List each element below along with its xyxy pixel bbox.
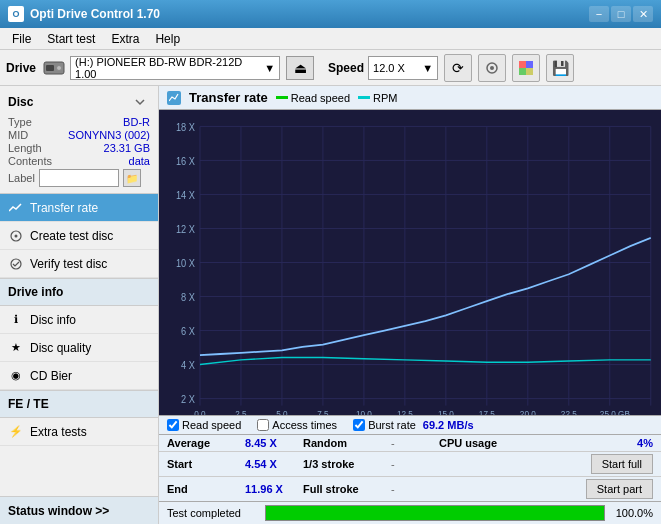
status-window-button[interactable]: Status window >>: [0, 496, 158, 524]
fe-te-label: FE / TE: [8, 397, 49, 411]
menu-file[interactable]: File: [4, 30, 39, 48]
drive-info-label: Drive info: [8, 285, 63, 299]
start-value: 4.54 X: [245, 458, 295, 470]
chart-wrapper: 18 X 16 X 14 X 12 X 10 X 8 X 6 X 4 X 2 X…: [159, 110, 661, 415]
dropdown-arrow: ▼: [264, 62, 275, 74]
svg-text:25.0 GB: 25.0 GB: [600, 409, 630, 415]
speed-dropdown[interactable]: 12.0 X ▼: [368, 56, 438, 80]
nav-transfer-rate[interactable]: Transfer rate: [0, 194, 158, 222]
label-label: Label: [8, 172, 35, 184]
disc-expand-button[interactable]: [130, 92, 150, 112]
svg-text:15.0: 15.0: [438, 409, 454, 415]
nav-verify-test-disc[interactable]: Verify test disc: [0, 250, 158, 278]
nav-cd-bier[interactable]: ◉ CD Bier: [0, 362, 158, 390]
color-button[interactable]: [512, 54, 540, 82]
nav-extra-tests[interactable]: ⚡ Extra tests: [0, 418, 158, 446]
chart-legend-row: Read speed Access times Burst rate 69.2 …: [159, 415, 661, 434]
legend-rpm-dot: [358, 96, 370, 99]
burst-rate-checkbox[interactable]: [353, 419, 365, 431]
menu-extra[interactable]: Extra: [103, 30, 147, 48]
label-input[interactable]: [39, 169, 119, 187]
disc-info-label: Disc info: [30, 313, 76, 327]
create-test-disc-icon: [8, 228, 24, 244]
create-test-disc-label: Create test disc: [30, 229, 113, 243]
svg-text:10 X: 10 X: [176, 258, 195, 270]
start-full-button[interactable]: Start full: [591, 454, 653, 474]
menu-bar: File Start test Extra Help: [0, 28, 661, 50]
svg-text:7.5: 7.5: [317, 409, 328, 415]
burst-rate-value: 69.2 MB/s: [423, 419, 474, 431]
svg-text:5.0: 5.0: [276, 409, 287, 415]
drive-info-header[interactable]: Drive info: [0, 278, 158, 306]
svg-point-11: [11, 259, 21, 269]
read-speed-checkbox[interactable]: [167, 419, 179, 431]
app-icon: O: [8, 6, 24, 22]
legend-rpm-label: RPM: [373, 92, 397, 104]
svg-text:10.0: 10.0: [356, 409, 372, 415]
cd-bier-icon: ◉: [8, 368, 24, 384]
progress-section: Test completed 100.0%: [159, 501, 661, 524]
chart-svg: 18 X 16 X 14 X 12 X 10 X 8 X 6 X 4 X 2 X…: [159, 110, 661, 415]
svg-text:20.0: 20.0: [520, 409, 536, 415]
fe-te-header[interactable]: FE / TE: [0, 390, 158, 418]
transfer-rate-icon: [8, 200, 24, 216]
settings-button[interactable]: [478, 54, 506, 82]
extra-tests-label: Extra tests: [30, 425, 87, 439]
menu-help[interactable]: Help: [147, 30, 188, 48]
label-folder-button[interactable]: 📁: [123, 169, 141, 187]
progress-bar-fill: [266, 506, 604, 520]
sidebar: Disc Type BD-R MID SONYNN3 (002) Length …: [0, 86, 159, 524]
full-stroke-label: Full stroke: [303, 483, 383, 495]
speed-section: Speed 12.0 X ▼: [328, 56, 438, 80]
nav-disc-info[interactable]: ℹ Disc info: [0, 306, 158, 334]
extra-tests-icon: ⚡: [8, 424, 24, 440]
cpu-value: 4%: [637, 437, 653, 449]
end-value: 11.96 X: [245, 483, 295, 495]
maximize-button[interactable]: □: [611, 6, 631, 22]
disc-title: Disc: [8, 95, 33, 109]
save-button[interactable]: 💾: [546, 54, 574, 82]
speed-label: Speed: [328, 61, 364, 75]
minimize-button[interactable]: −: [589, 6, 609, 22]
mid-value: SONYNN3 (002): [68, 129, 150, 141]
refresh-button[interactable]: ⟳: [444, 54, 472, 82]
speed-dropdown-arrow: ▼: [422, 62, 433, 74]
drive-label: Drive: [6, 61, 36, 75]
nav-disc-quality[interactable]: ★ Disc quality: [0, 334, 158, 362]
chart-icon: [167, 91, 181, 105]
legend-rpm: RPM: [358, 92, 397, 104]
disc-quality-label: Disc quality: [30, 341, 91, 355]
access-times-checkbox[interactable]: [257, 419, 269, 431]
disc-quality-icon: ★: [8, 340, 24, 356]
svg-point-4: [490, 66, 494, 70]
access-times-checkbox-item: Access times: [257, 419, 337, 431]
legend-read-label: Read speed: [291, 92, 350, 104]
stats-start-row: Start 4.54 X 1/3 stroke - Start full: [159, 451, 661, 476]
content-area: Transfer rate Read speed RPM: [159, 86, 661, 524]
svg-text:14 X: 14 X: [176, 190, 195, 202]
drive-dropdown[interactable]: (H:) PIONEER BD-RW BDR-212D 1.00 ▼: [70, 56, 280, 80]
svg-text:12 X: 12 X: [176, 224, 195, 236]
burst-rate-checkbox-item: Burst rate 69.2 MB/s: [353, 419, 473, 431]
title-bar: O Opti Drive Control 1.70 − □ ✕: [0, 0, 661, 28]
start-part-button[interactable]: Start part: [586, 479, 653, 499]
menu-start-test[interactable]: Start test: [39, 30, 103, 48]
verify-test-disc-icon: [8, 256, 24, 272]
svg-text:8 X: 8 X: [181, 292, 195, 304]
nav-create-test-disc[interactable]: Create test disc: [0, 222, 158, 250]
svg-text:2.5: 2.5: [235, 409, 246, 415]
svg-text:17.5: 17.5: [479, 409, 495, 415]
stroke13-value: -: [391, 458, 583, 470]
cd-bier-label: CD Bier: [30, 369, 72, 383]
svg-text:0.0: 0.0: [194, 409, 205, 415]
read-speed-checkbox-item: Read speed: [167, 419, 241, 431]
chart-header: Transfer rate Read speed RPM: [159, 86, 661, 110]
verify-test-disc-label: Verify test disc: [30, 257, 107, 271]
svg-rect-8: [526, 68, 533, 75]
window-controls: − □ ✕: [589, 6, 653, 22]
type-value: BD-R: [123, 116, 150, 128]
cpu-label: CPU usage: [439, 437, 629, 449]
eject-button[interactable]: ⏏: [286, 56, 314, 80]
close-button[interactable]: ✕: [633, 6, 653, 22]
type-label: Type: [8, 116, 32, 128]
